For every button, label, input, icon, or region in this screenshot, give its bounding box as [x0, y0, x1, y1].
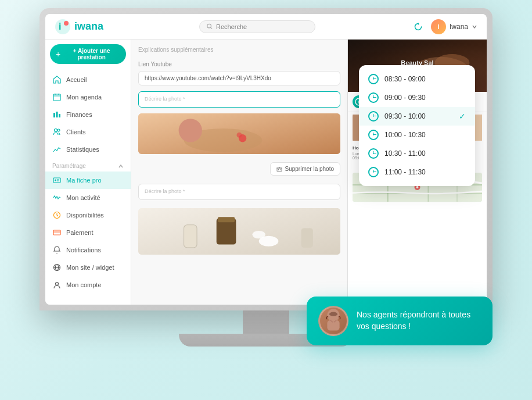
sidebar-item-accueil[interactable]: Accueil [45, 71, 131, 88]
sidebar-item-activite[interactable]: Mon activité [45, 189, 131, 206]
sidebar-label-statistiques: Statistiques [66, 146, 99, 153]
refresh-button[interactable] [411, 20, 425, 34]
url-input[interactable]: https://www.youtube.com/watch?v=t9LyVL3H… [138, 71, 340, 85]
time-option-3[interactable]: 10:00 - 10:30 [359, 126, 475, 144]
add-button-label: + Ajouter une prestation [63, 48, 120, 60]
svg-point-3 [207, 24, 211, 28]
sidebar-item-fiche-pro[interactable]: Ma fiche pro [45, 172, 131, 189]
delete-photo-label: Supprimer la photo [285, 166, 335, 172]
sidebar-item-compte[interactable]: Mon compte [45, 276, 131, 294]
monitor-neck [243, 310, 289, 334]
user-name-label: Iwana [450, 23, 468, 31]
clock-icon-1 [368, 92, 379, 103]
svg-point-2 [64, 21, 69, 26]
bell-icon [52, 245, 62, 255]
time-option-0[interactable]: 08:30 - 09:00 [359, 70, 475, 88]
time-label-1: 09:00 - 09:30 [384, 94, 426, 102]
svg-rect-42 [301, 228, 313, 248]
sidebar-label-finances: Finances [66, 111, 92, 118]
sidebar-label-paiement: Paiement [66, 229, 93, 236]
time-label-0: 08:30 - 09:00 [384, 75, 426, 83]
time-option-5[interactable]: 11:00 - 11:30 [359, 163, 475, 181]
svg-rect-62 [327, 320, 339, 331]
describe-field-wrapper-2: Décrire la photo * [138, 184, 340, 200]
header-right: I Iwana [411, 19, 477, 34]
time-label-5: 11:00 - 11:30 [384, 168, 426, 176]
app-header: i iwana [45, 14, 487, 40]
sidebar-item-disponibilites[interactable]: Disponibilités [45, 206, 131, 224]
svg-point-12 [55, 129, 57, 132]
photo-actions: Supprimer la photo [138, 162, 340, 176]
search-bar[interactable] [199, 20, 315, 33]
trash-icon [276, 166, 282, 172]
monitor-wrapper: i iwana [28, 8, 504, 392]
time-option-1[interactable]: 09:00 - 09:30 [359, 88, 475, 107]
logo: i iwana [55, 19, 103, 35]
describe-input-2[interactable]: Décrire la photo * [138, 184, 340, 200]
svg-point-28 [179, 119, 202, 142]
sidebar-item-finances[interactable]: Finances [45, 106, 131, 123]
sidebar-label-notifications: Notifications [66, 247, 101, 253]
sidebar-item-site-widget[interactable]: Mon site / widget [45, 259, 131, 276]
clock-icon-4 [368, 148, 379, 159]
sidebar-label-agenda: Mon agenda [66, 94, 102, 101]
add-service-button[interactable]: + + Ajouter une prestation [50, 44, 126, 64]
photo-1 [138, 113, 340, 154]
user-icon [52, 280, 62, 290]
url-label: Lien Youtube [138, 61, 340, 67]
monitor-screen: i iwana [39, 8, 493, 310]
sidebar-item-agenda[interactable]: Mon agenda [45, 88, 131, 106]
sidebar-item-notifications[interactable]: Notifications [45, 241, 131, 259]
svg-point-25 [56, 283, 59, 285]
time-picker-dropdown[interactable]: 08:30 - 09:00 09:00 - 09:30 09:30 - 10:0… [359, 65, 475, 186]
clients-icon [52, 127, 62, 137]
home-icon [52, 75, 62, 84]
photo-2 [138, 208, 340, 255]
sidebar-item-paiement[interactable]: Paiement [45, 224, 131, 241]
sidebar-item-clients[interactable]: Clients [45, 123, 131, 141]
search-icon [207, 23, 213, 30]
svg-rect-11 [59, 114, 60, 117]
svg-rect-37 [217, 219, 236, 245]
user-avatar[interactable]: I Iwana [431, 19, 477, 34]
delete-photo-button[interactable]: Supprimer la photo [270, 162, 341, 176]
sidebar-label-disponibilites: Disponibilités [66, 212, 104, 219]
sidebar-item-statistiques[interactable]: Statistiques [45, 141, 131, 158]
svg-rect-14 [53, 178, 60, 183]
chat-bubble[interactable]: Nos agents répondront à toutes vos quest… [307, 297, 493, 345]
sidebar-label-clients: Clients [66, 128, 86, 135]
describe-input-1[interactable]: Décrire la photo * [138, 91, 340, 108]
clock-icon-3 [368, 130, 379, 140]
sidebar-nav: Accueil Mon agenda [45, 69, 131, 305]
svg-text:i: i [59, 22, 61, 31]
finances-icon [52, 110, 62, 119]
time-option-4[interactable]: 10:30 - 11:00 [359, 144, 475, 163]
svg-point-40 [252, 231, 265, 238]
clock-icon-5 [368, 167, 379, 177]
time-label-4: 10:30 - 11:00 [384, 149, 426, 158]
clock-icon-0 [368, 74, 379, 84]
search-input[interactable] [216, 23, 308, 30]
svg-point-60 [416, 186, 419, 188]
sidebar-label-site-widget: Mon site / widget [66, 264, 114, 271]
screen-inner: i iwana [45, 14, 487, 305]
chat-agent-avatar [318, 306, 348, 336]
svg-point-30 [237, 133, 242, 138]
logo-text: iwana [74, 20, 103, 33]
chevron-up-icon [118, 163, 124, 169]
section-label-parametrage: Paramétrage [45, 158, 131, 172]
time-option-2[interactable]: 09:30 - 10:00 ✓ [359, 107, 475, 126]
globe-icon [52, 263, 62, 272]
plus-icon: + [56, 49, 60, 59]
svg-rect-38 [218, 217, 235, 222]
agent-figure [320, 306, 347, 334]
svg-point-63 [329, 312, 337, 316]
sidebar-label-accueil: Accueil [66, 76, 87, 83]
url-field-wrapper: Lien Youtube https://www.youtube.com/wat… [138, 61, 340, 85]
section-label-explications: Explications supplémentaires [138, 47, 340, 53]
main-content: Explications supplémentaires Lien Youtub… [131, 40, 347, 305]
id-card-icon [52, 176, 62, 185]
sidebar-label-activite: Mon activité [66, 194, 100, 201]
sidebar: + + Ajouter une prestation Accueil [45, 40, 131, 305]
chat-text: Nos agents répondront à toutes vos quest… [357, 309, 470, 332]
